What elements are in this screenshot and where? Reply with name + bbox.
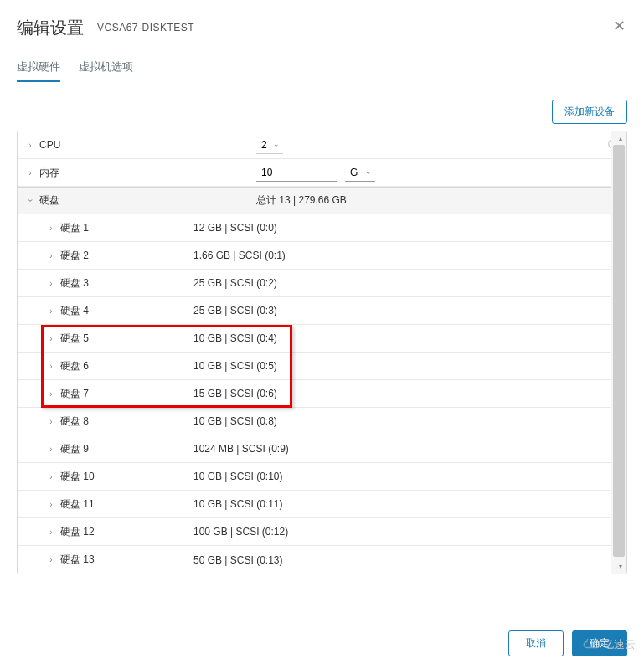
settings-scroll-area[interactable]: › CPU ⌄ ⓘ › 内存	[18, 131, 626, 574]
highlighted-disk-group: ›硬盘 5 10 GB | SCSI (0:4) ›硬盘 6 10 GB | S…	[18, 325, 626, 408]
row-disk-6[interactable]: ›硬盘 6 10 GB | SCSI (0:5)	[18, 353, 626, 380]
chevron-right-icon: ›	[47, 362, 55, 371]
chevron-right-icon: ›	[47, 334, 55, 343]
row-disk-4[interactable]: ›硬盘 4 25 GB | SCSI (0:3)	[18, 297, 626, 325]
row-disk-9[interactable]: ›硬盘 9 1024 MB | SCSI (0:9)	[18, 435, 626, 463]
disk-label: 硬盘 8	[60, 414, 89, 429]
disk-label: 硬盘 5	[60, 332, 89, 346]
disk-detail: 50 GB | SCSI (0:13)	[193, 554, 283, 566]
disk-label: 硬盘 3	[60, 276, 89, 291]
chevron-right-icon: ›	[47, 417, 55, 426]
chevron-right-icon: ›	[47, 306, 55, 316]
disk-detail: 15 GB | SCSI (0:6)	[193, 388, 277, 399]
memory-unit-select[interactable]	[345, 164, 375, 182]
disk-group-summary: 总计 13 | 279.66 GB	[256, 193, 347, 208]
chevron-right-icon: ›	[47, 224, 55, 233]
chevron-right-icon: ›	[47, 445, 55, 454]
cpu-count-select[interactable]	[256, 136, 283, 154]
cloud-icon	[582, 639, 600, 651]
disk-group-label: 硬盘	[39, 193, 59, 208]
disk-label: 硬盘 6	[60, 359, 89, 373]
scrollbar-track[interactable]: ▴ ▾	[611, 131, 626, 574]
disk-detail: 10 GB | SCSI (0:8)	[193, 415, 277, 427]
disk-detail: 1.66 GB | SCSI (0:1)	[193, 250, 286, 261]
close-icon[interactable]: ✕	[613, 18, 626, 33]
scroll-up-icon[interactable]: ▴	[619, 135, 622, 142]
chevron-right-icon: ›	[47, 555, 55, 564]
row-disk-1[interactable]: ›硬盘 1 12 GB | SCSI (0:0)	[18, 214, 626, 242]
disk-detail: 10 GB | SCSI (0:11)	[193, 498, 283, 510]
row-disk-8[interactable]: ›硬盘 8 10 GB | SCSI (0:8)	[18, 408, 626, 435]
row-memory[interactable]: › 内存 ⌄	[18, 159, 626, 187]
watermark: 亿速云	[582, 637, 636, 652]
disk-label: 硬盘 11	[60, 497, 95, 512]
disk-detail: 25 GB | SCSI (0:2)	[193, 277, 277, 289]
row-disk-5[interactable]: ›硬盘 5 10 GB | SCSI (0:4)	[18, 325, 626, 353]
memory-label: 内存	[39, 166, 59, 180]
row-disk-10[interactable]: ›硬盘 10 10 GB | SCSI (0:10)	[18, 463, 626, 491]
tab-virtual-hardware[interactable]: 虚拟硬件	[17, 54, 60, 82]
memory-value-input[interactable]	[256, 164, 337, 182]
chevron-right-icon: ›	[47, 527, 55, 537]
row-disk-7[interactable]: ›硬盘 7 15 GB | SCSI (0:6)	[18, 380, 626, 408]
disk-label: 硬盘 2	[60, 249, 89, 263]
disk-label: 硬盘 13	[60, 553, 95, 567]
row-disk-11[interactable]: ›硬盘 11 10 GB | SCSI (0:11)	[18, 491, 626, 518]
row-disk-13[interactable]: ›硬盘 13 50 GB | SCSI (0:13)	[18, 546, 626, 574]
disk-label: 硬盘 1	[60, 221, 89, 235]
disk-label: 硬盘 10	[60, 470, 95, 484]
chevron-right-icon: ›	[47, 251, 55, 260]
disk-detail: 10 GB | SCSI (0:10)	[193, 471, 283, 482]
row-disk-12[interactable]: ›硬盘 12 100 GB | SCSI (0:12)	[18, 518, 626, 546]
chevron-right-icon: ›	[47, 279, 55, 288]
disk-detail: 1024 MB | SCSI (0:9)	[193, 443, 289, 455]
disk-label: 硬盘 9	[60, 442, 89, 456]
disk-label: 硬盘 7	[60, 387, 89, 401]
disk-detail: 25 GB | SCSI (0:3)	[193, 305, 277, 316]
row-disk-2[interactable]: ›硬盘 2 1.66 GB | SCSI (0:1)	[18, 242, 626, 270]
disk-label: 硬盘 12	[60, 525, 95, 539]
row-disk-group[interactable]: › 硬盘 总计 13 | 279.66 GB	[18, 187, 626, 214]
scroll-down-icon[interactable]: ▾	[619, 563, 622, 570]
dialog-header: 编辑设置 VCSA67-DISKTEST	[17, 17, 627, 39]
vm-name-label: VCSA67-DISKTEST	[97, 17, 194, 33]
settings-panel: › CPU ⌄ ⓘ › 内存	[17, 131, 627, 574]
edit-settings-dialog: 编辑设置 VCSA67-DISKTEST ✕ 虚拟硬件 虚拟机选项 添加新设备 …	[0, 0, 644, 669]
tab-vm-options[interactable]: 虚拟机选项	[79, 54, 133, 82]
dialog-title: 编辑设置	[17, 17, 84, 39]
scrollbar-thumb[interactable]	[613, 145, 625, 557]
watermark-text: 亿速云	[603, 637, 636, 652]
cpu-label: CPU	[39, 139, 60, 151]
row-cpu[interactable]: › CPU ⌄ ⓘ	[18, 131, 626, 159]
disk-detail: 12 GB | SCSI (0:0)	[193, 222, 277, 234]
chevron-right-icon: ›	[26, 141, 34, 150]
chevron-down-icon: ›	[26, 197, 35, 205]
chevron-right-icon: ›	[26, 168, 34, 178]
add-device-button[interactable]: 添加新设备	[552, 100, 627, 124]
actions-bar: 添加新设备	[17, 100, 627, 124]
chevron-right-icon: ›	[47, 500, 55, 509]
chevron-right-icon: ›	[47, 472, 55, 481]
disk-detail: 100 GB | SCSI (0:12)	[193, 526, 288, 538]
cancel-button[interactable]: 取消	[508, 630, 564, 656]
disk-detail: 10 GB | SCSI (0:5)	[193, 360, 277, 372]
disk-label: 硬盘 4	[60, 304, 89, 318]
tab-bar: 虚拟硬件 虚拟机选项	[17, 54, 627, 83]
chevron-right-icon: ›	[47, 389, 55, 399]
row-disk-3[interactable]: ›硬盘 3 25 GB | SCSI (0:2)	[18, 270, 626, 297]
disk-detail: 10 GB | SCSI (0:4)	[193, 332, 277, 344]
dialog-footer: 取消 确定	[17, 605, 627, 656]
